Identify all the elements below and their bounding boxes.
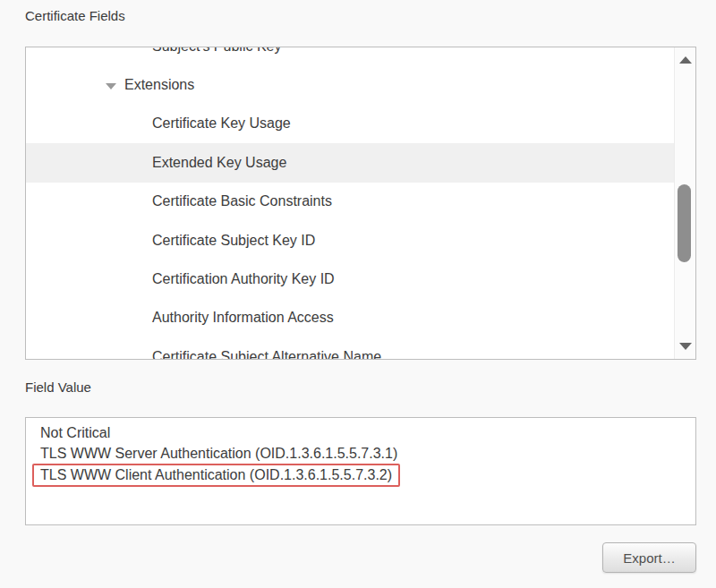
tree-item-label: Certification Authority Key ID — [152, 271, 335, 287]
tree-item-certificate-basic-constraints[interactable]: Certificate Basic Constraints — [26, 183, 675, 221]
tree-item-certificate-subject-key-id[interactable]: Certificate Subject Key ID — [26, 221, 675, 260]
tree-item-extensions[interactable]: Extensions — [26, 65, 675, 104]
tree-item-subjects-public-key[interactable]: Subject's Public Key — [26, 47, 675, 65]
field-value-line-highlighted: TLS WWW Client Authentication (OID.1.3.6… — [40, 464, 686, 488]
scrollbar-thumb[interactable] — [678, 184, 691, 262]
tree-item-extended-key-usage[interactable]: Extended Key Usage — [26, 143, 675, 182]
tree-scrollbar[interactable] — [674, 47, 695, 359]
tree-item-label: Certificate Basic Constraints — [152, 193, 332, 209]
tree-item-certificate-subject-alternative-name[interactable]: Certificate Subject Alternative Name — [26, 337, 675, 360]
tree-item-label: Authority Information Access — [152, 310, 334, 326]
collapse-triangle-icon[interactable] — [106, 83, 116, 89]
tree-item-label: Certificate Key Usage — [152, 115, 291, 132]
tree-item-authority-information-access[interactable]: Authority Information Access — [26, 299, 675, 337]
tree-item-label: Certificate Subject Alternative Name — [152, 349, 381, 360]
field-value-line: TLS WWW Server Authentication (OID.1.3.6… — [40, 443, 686, 464]
tree-item-certificate-key-usage[interactable]: Certificate Key Usage — [26, 105, 675, 143]
tree-item-label: Extended Key Usage — [152, 155, 286, 171]
field-value-label: Field Value — [25, 379, 91, 395]
annotation-highlight-box: TLS WWW Client Authentication (OID.1.3.6… — [32, 464, 400, 487]
field-value-box[interactable]: Not Critical TLS WWW Server Authenticati… — [25, 417, 696, 525]
tree-item-certification-authority-key-id[interactable]: Certification Authority Key ID — [26, 260, 675, 298]
scroll-down-icon[interactable] — [679, 343, 692, 350]
field-value-line: Not Critical — [40, 422, 686, 443]
certificate-fields-label: Certificate Fields — [25, 8, 125, 23]
certificate-fields-tree: Subject's Public Key Extensions Certific… — [25, 47, 696, 360]
tree-item-label: Subject's Public Key — [152, 47, 281, 55]
export-button[interactable]: Export… — [602, 542, 696, 573]
scroll-up-icon[interactable] — [679, 56, 692, 64]
tree-rows: Subject's Public Key Extensions Certific… — [26, 47, 675, 360]
tree-item-label: Certificate Subject Key ID — [152, 233, 315, 249]
tree-item-label: Extensions — [124, 77, 194, 93]
